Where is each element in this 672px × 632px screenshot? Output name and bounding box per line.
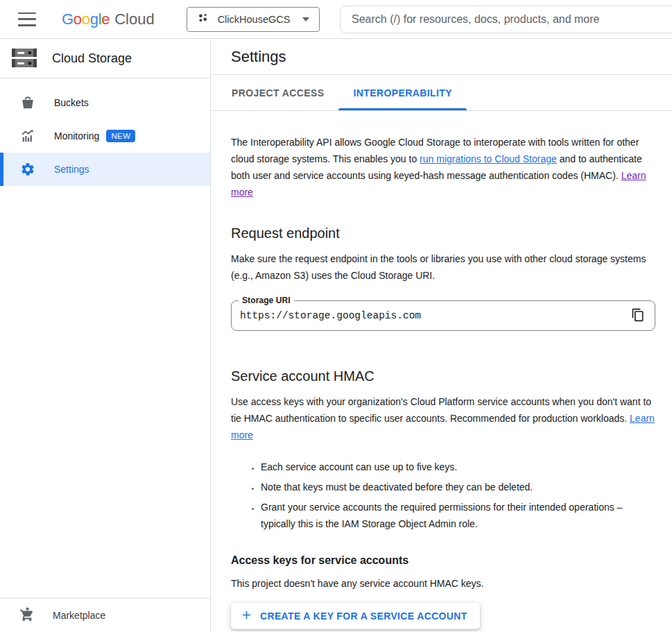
sidebar: Cloud Storage Buckets [0, 40, 211, 632]
storage-uri-field[interactable]: Storage URI https://storage.googleapis.c… [231, 300, 655, 331]
sidebar-item-label: Buckets [54, 97, 89, 108]
request-endpoint-heading: Request endpoint [231, 225, 655, 241]
logo-letter: e [101, 10, 110, 28]
hmac-text: Use access keys with your organization's… [231, 396, 651, 424]
hmac-paragraph: Use access keys with your organization's… [231, 393, 655, 443]
bullet-item: Note that keys must be deactivated befor… [261, 479, 655, 495]
service-account-hmac-section: Service account HMAC Use access keys wit… [231, 368, 655, 629]
project-selector-label: ClickHouseGCS [218, 14, 291, 25]
monitoring-chart-icon [19, 128, 36, 144]
logo-letter: o [74, 10, 82, 28]
hmac-bullet-list: Each service account can use up to five … [231, 459, 655, 532]
main-panel: Settings PROJECT ACCESS INTEROPERABILITY… [212, 40, 672, 632]
access-keys-heading: Access keys for service accounts [231, 554, 655, 567]
gear-icon [19, 161, 36, 178]
bucket-icon [19, 94, 36, 111]
sidebar-item-monitoring[interactable]: Monitoring NEW [0, 119, 210, 153]
tab-interoperability[interactable]: INTEROPERABILITY [338, 75, 467, 110]
search-bar[interactable] [340, 6, 672, 33]
sidebar-item-settings[interactable]: Settings [0, 153, 210, 186]
request-endpoint-text: Make sure the request endpoint in the to… [231, 250, 655, 284]
sidebar-header: Cloud Storage [0, 40, 210, 78]
cloud-storage-product-icon [10, 45, 38, 73]
page-title: Settings [231, 48, 286, 66]
sidebar-item-marketplace[interactable]: Marketplace [0, 598, 210, 632]
sidebar-item-buckets[interactable]: Buckets [0, 86, 210, 119]
new-badge: NEW [106, 130, 135, 142]
plus-icon [240, 608, 253, 624]
chevron-down-icon [302, 17, 309, 22]
empty-state-text: This project doesn't have any service ac… [231, 575, 655, 592]
service-account-hmac-heading: Service account HMAC [231, 368, 655, 384]
sidebar-nav: Buckets Monitoring NEW [0, 78, 210, 186]
menu-hamburger-icon[interactable] [18, 12, 36, 26]
storage-uri-label: Storage URI [239, 296, 294, 305]
tab-bar: PROJECT ACCESS INTEROPERABILITY [212, 75, 672, 111]
copy-icon [631, 308, 645, 324]
sidebar-title: Cloud Storage [52, 51, 132, 66]
marketplace-cart-icon [19, 607, 35, 624]
top-app-bar: Google Cloud ClickHouseGCS [0, 0, 672, 39]
tab-project-access[interactable]: PROJECT ACCESS [217, 75, 338, 110]
logo-letter: G [62, 10, 74, 28]
sidebar-item-label: Marketplace [53, 610, 105, 621]
tab-content: The Interoperability API allows Google C… [212, 111, 672, 629]
create-key-button[interactable]: CREATE A KEY FOR A SERVICE ACCOUNT [231, 603, 480, 629]
page-header: Settings [212, 40, 672, 75]
sidebar-item-label: Settings [54, 164, 89, 175]
sidebar-item-label: Monitoring [54, 130, 99, 142]
logo-letter: o [82, 10, 90, 28]
bullet-item: Each service account can use up to five … [261, 459, 655, 475]
bullet-item: Grant your service accounts the required… [261, 499, 655, 532]
project-icon [197, 12, 209, 27]
run-migrations-link[interactable]: run migrations to Cloud Storage [420, 153, 557, 164]
create-key-button-label: CREATE A KEY FOR A SERVICE ACCOUNT [260, 610, 467, 622]
storage-uri-value: https://storage.googleapis.com [240, 310, 630, 321]
request-endpoint-section: Request endpoint Make sure the request e… [231, 225, 655, 331]
intro-paragraph: The Interoperability API allows Google C… [231, 134, 655, 200]
project-selector[interactable]: ClickHouseGCS [187, 7, 320, 32]
copy-button[interactable] [630, 307, 646, 324]
google-cloud-logo[interactable]: Google Cloud [62, 10, 155, 28]
logo-cloud-text: Cloud [114, 10, 154, 28]
search-input[interactable] [352, 13, 672, 26]
logo-letter: g [90, 10, 98, 28]
